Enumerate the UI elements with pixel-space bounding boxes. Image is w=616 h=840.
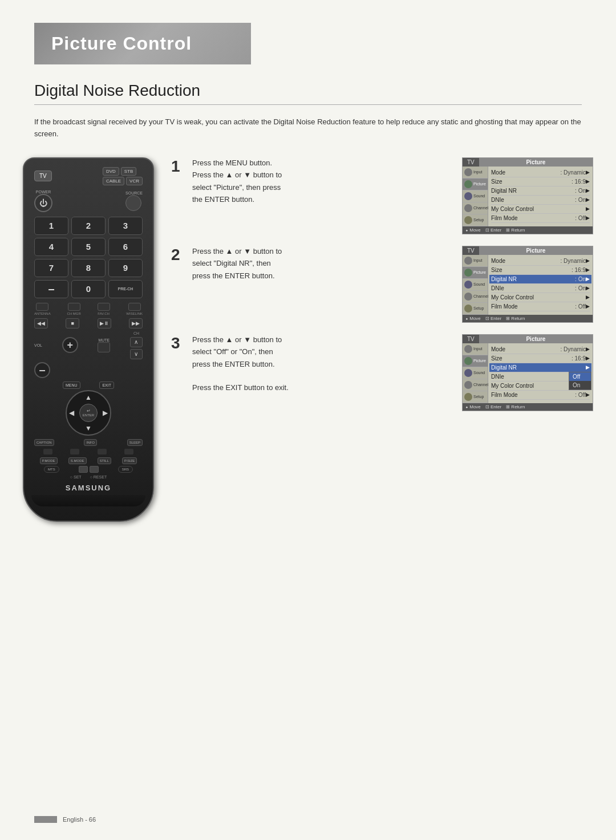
remote-bottom-curve (31, 495, 145, 506)
row2-dnr: Digital NR: On▶ (489, 275, 591, 284)
psize-button[interactable]: P.SIZE (122, 457, 137, 464)
sidebar-setup-3: Setup (463, 391, 488, 403)
cable-button[interactable]: CABLE (103, 177, 124, 185)
rew-button[interactable]: ◀◀ (34, 318, 48, 328)
ch-up-button[interactable]: ∧ (130, 337, 143, 347)
chmgr-button[interactable] (68, 303, 80, 311)
step-3-number: 3 (171, 335, 184, 351)
dvd-button[interactable]: DVD (103, 167, 119, 176)
samsung-logo: SAMSUNG (34, 484, 143, 492)
screen-2-body: Input Picture Sound Channel (463, 255, 593, 315)
stop-button[interactable]: ■ (66, 318, 79, 328)
sidebar-picture: Picture (463, 178, 488, 190)
sound-icon-3 (464, 369, 472, 377)
sound-label-2: Sound (473, 282, 485, 286)
color-btn-dark3[interactable] (98, 449, 107, 455)
sidebar-channel-2: Channel (463, 291, 488, 303)
picture-label: Picture (473, 182, 486, 186)
menu-button[interactable]: MENU (63, 382, 80, 389)
screen-3-main: Mode: Dynamic▶ Size: 16:9▶ Digital NR▶ O… (488, 343, 593, 403)
sleep-button[interactable]: SLEEP (127, 439, 143, 446)
tv-button[interactable]: TV (34, 171, 52, 181)
num-5[interactable]: 5 (71, 238, 106, 256)
mts-srs-row: MTS SRS (34, 466, 143, 473)
play-pause-button[interactable]: ▶⏸ (98, 318, 111, 328)
screen-2-pic-label: Picture (479, 246, 593, 255)
mode-buttons-row: P.MODE S.MODE STILL P.SIZE (34, 457, 143, 464)
pmode-button[interactable]: P.MODE (40, 457, 58, 464)
mts-button[interactable]: MTS (44, 466, 59, 473)
remote-top-row: TV DVD STB CABLE VCR (34, 167, 143, 185)
ch-down-button[interactable]: ∨ (130, 349, 143, 359)
enter-icon: ↵ (87, 408, 91, 413)
enter-button[interactable]: ↵ ENTER (79, 404, 98, 422)
screen-1-sidebar: Input Picture Sound Channel (463, 167, 488, 226)
num-4[interactable]: 4 (34, 238, 68, 256)
ff-button[interactable]: ▶▶ (129, 318, 143, 328)
vcr-button[interactable]: VCR (126, 177, 143, 185)
color-btn-dark2[interactable] (70, 449, 79, 455)
sound-label: Sound (473, 194, 485, 198)
exit-button[interactable]: EXIT (99, 382, 114, 389)
screen-2-main: Mode: Dynamic▶ Size: 16:9▶ Digital NR: O… (488, 255, 593, 315)
input-label-3: Input (473, 347, 483, 351)
nav-down-button[interactable]: ▼ (85, 424, 92, 432)
picture-icon-2 (464, 269, 472, 277)
step-3-text: Press the ▲ or ▼ button to select "Off" … (192, 334, 453, 395)
still-button[interactable]: STILL (98, 457, 111, 464)
num-9[interactable]: 9 (108, 259, 143, 277)
screen-2-tv-label: TV (463, 246, 479, 255)
mute-button[interactable] (98, 342, 110, 352)
nav-left-button[interactable]: ◀ (69, 409, 74, 417)
source-button[interactable] (125, 195, 141, 211)
sidebar-sound-3: Sound (463, 367, 488, 379)
num-8[interactable]: 8 (71, 259, 106, 277)
vol-label: VOL (34, 343, 42, 347)
screen-3-header: TV Picture (463, 335, 593, 343)
nav-up-button[interactable]: ▲ (85, 393, 92, 401)
srs-button[interactable]: SRS (118, 466, 133, 473)
num-7[interactable]: 7 (34, 259, 68, 277)
prech-button[interactable]: PRE-CH (108, 280, 143, 298)
num-0[interactable]: 0 (71, 280, 106, 298)
vol-down-button[interactable]: – (34, 362, 50, 378)
favch-button[interactable] (98, 303, 110, 311)
num-1[interactable]: 1 (34, 217, 68, 235)
dash-button[interactable]: – (34, 280, 68, 298)
sidebar-input: Input (463, 167, 488, 178)
description-text: If the broadcast signal received by your… (34, 116, 582, 140)
color-buttons-row (34, 449, 143, 455)
screen-2-footer: ⬥ Move⊡ Enter⊞ Return (463, 315, 593, 322)
color-btn-dark4[interactable] (124, 449, 133, 455)
sound-icon-2 (464, 281, 472, 289)
step-1-number: 1 (171, 159, 184, 175)
srs-icon-btn[interactable] (79, 466, 88, 473)
row-dnr: Digital NR: On▶ (491, 186, 590, 196)
num-3[interactable]: 3 (108, 217, 143, 235)
dropdown-on: On (569, 381, 591, 389)
step-2-number: 2 (171, 247, 184, 263)
stb-button[interactable]: STB (121, 167, 137, 176)
screen-3-pic-label: Picture (479, 335, 593, 343)
input-icon (464, 168, 472, 176)
info-button[interactable]: INFO (84, 439, 96, 446)
smode-button[interactable]: S.MODE (68, 457, 87, 464)
power-button[interactable]: ⏻ (34, 194, 52, 212)
channel-label-2: Channel (473, 294, 488, 298)
screen-3-sidebar: Input Picture Sound Channel (463, 343, 488, 403)
antenna-button[interactable] (36, 303, 48, 311)
srs-icon-btn2[interactable] (90, 466, 99, 473)
vol-up-button[interactable]: + (62, 337, 78, 353)
sidebar-setup-2: Setup (463, 303, 488, 315)
num-6[interactable]: 6 (108, 238, 143, 256)
row2-dnie: DNIe: On▶ (491, 284, 590, 293)
row3-size: Size: 16:9▶ (491, 354, 590, 363)
color-btn-dark1[interactable] (43, 449, 52, 455)
set-reset-row: ○ SET ○ RESET (34, 475, 143, 479)
nav-right-button[interactable]: ▶ (103, 409, 108, 417)
wiselink-button[interactable] (128, 303, 141, 311)
set-button[interactable]: ○ SET (70, 475, 82, 479)
reset-button[interactable]: ○ RESET (90, 475, 107, 479)
num-2[interactable]: 2 (71, 217, 106, 235)
caption-button[interactable]: CAPTION (34, 439, 54, 446)
